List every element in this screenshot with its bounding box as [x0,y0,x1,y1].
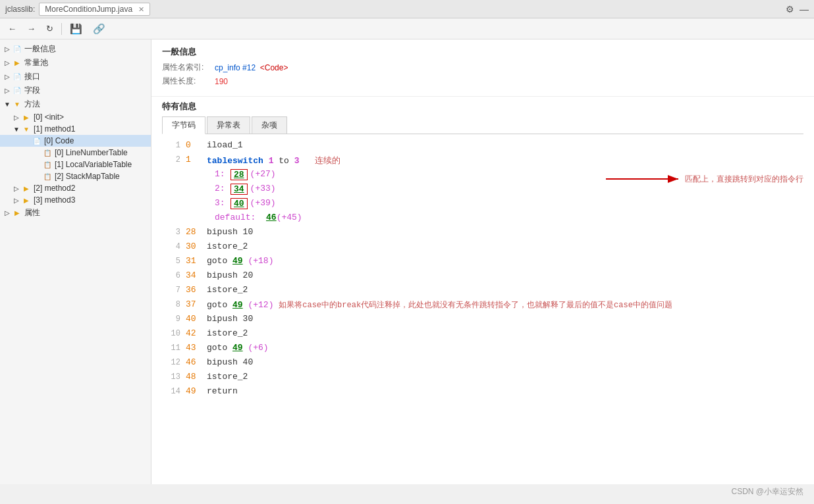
line-num-5: 5 [162,256,180,266]
instr-goto1: goto 49 (+18) [207,256,803,266]
icon-stackmap: 📋 [42,172,53,181]
icon-methods: ▼ [12,100,22,109]
entry-val-3: 40 [231,198,248,209]
name-index-label: 属性名索引: [162,62,215,73]
link-button[interactable]: 🔗 [90,22,108,36]
label-method0: [0] <init> [34,113,64,122]
sidebar-item-stackmap[interactable]: 📋 [2] StackMapTable [0,170,151,182]
forward-button[interactable]: → [24,22,38,35]
sidebar-item-code[interactable]: 📄 [0] Code [0,135,151,147]
title-bar-right: ⚙ — [786,4,809,14]
line-num-6: 6 [162,270,180,280]
sidebar-item-linenumber[interactable]: 📋 [0] LineNumberTable [0,147,151,159]
refresh-button[interactable]: ↻ [43,22,56,35]
sidebar-item-method3[interactable]: ▷ ▶ [3] method3 [0,194,151,206]
pc-49: 49 [186,386,202,396]
instr-istore2a: istore_2 [207,241,803,251]
switch-entry-1: 1: 28 (+27) [162,168,593,183]
sidebar-item-fields[interactable]: ▷ 📄 字段 [0,84,151,97]
sidebar-item-methods[interactable]: ▼ ▼ 方法 [0,97,151,111]
instr-iload1: iload_1 [207,140,803,150]
sidebar-item-general[interactable]: ▷ 📄 一般信息 [0,42,151,56]
sidebar: ▷ 📄 一般信息 ▷ ▶ 常量池 ▷ 📄 接口 ▷ 📄 字段 ▼ ▼ 方法 [0,39,151,484]
minimize-icon[interactable]: — [800,4,809,14]
code-line-3: 3 28 bipush 10 [162,226,803,241]
name-index-row: 属性名索引: cp_info #12 <Code> [162,62,803,73]
file-tab[interactable]: MoreConditionJump.java ✕ [39,3,150,16]
arrow-constpool: ▷ [3,59,12,66]
icon-localvar: 📋 [42,160,53,169]
code-line-14: 14 49 return [162,386,803,400]
sidebar-item-constpool[interactable]: ▷ ▶ 常量池 [0,56,151,70]
sidebar-item-method1[interactable]: ▼ ▼ [1] method1 [0,123,151,135]
label-localvar: [1] LocalVariableTable [55,160,132,169]
sidebar-item-method2[interactable]: ▷ ▶ [2] method2 [0,182,151,194]
line-num-1: 1 [162,140,180,150]
main-layout: ▷ 📄 一般信息 ▷ ▶ 常量池 ▷ 📄 接口 ▷ 📄 字段 ▼ ▼ 方法 [0,39,814,484]
label-fields: 字段 [24,85,40,96]
sidebar-item-attrs[interactable]: ▷ ▶ 属性 [0,206,151,220]
icon-method3: ▶ [21,195,32,205]
code-area[interactable]: 1 0 iload_1 2 1 tableswitch 1 to 3 连续的 [162,134,803,484]
icon-method1: ▼ [21,124,32,134]
pc-43: 43 [186,343,202,353]
line-num-8: 8 [162,299,180,309]
length-row: 属性长度: 190 [162,76,803,87]
instr-return: return [207,386,803,396]
switch-entry-3: 3: 40 (+39) [162,197,593,212]
tab-misc[interactable]: 杂项 [252,116,287,134]
settings-icon[interactable]: ⚙ [786,4,794,14]
pc-46: 46 [186,357,202,367]
instr-tableswitch: tableswitch 1 to 3 连续的 [207,155,803,166]
general-info-title: 一般信息 [162,46,803,58]
specific-info-title: 特有信息 [162,101,803,113]
specific-info-section: 特有信息 字节码 异常表 杂项 1 0 iload_1 [151,97,814,484]
instr-bipush20: bipush 20 [207,270,803,280]
arrow-method1: ▼ [12,126,21,133]
sidebar-item-localvar[interactable]: 📋 [1] LocalVariableTable [0,159,151,170]
arrow-annotation: 匹配上，直接跳转到对应的指令行 [606,171,803,187]
instr-istore2d: istore_2 [207,372,803,382]
length-label: 属性长度: [162,76,215,87]
line-num-12: 12 [162,357,180,367]
tab-bytecode[interactable]: 字节码 [162,116,205,134]
arrow-general: ▷ [3,45,12,53]
pc-28a: 28 [186,227,202,237]
back-button[interactable]: ← [5,22,19,35]
switch-entry-2: 2: 34 (+33) [162,183,593,197]
icon-method0: ▶ [21,113,32,122]
pc-36: 36 [186,285,202,295]
instr-istore2b: istore_2 [207,285,803,295]
tab-close[interactable]: ✕ [138,5,144,13]
instr-bipush30: bipush 30 [207,314,803,324]
instr-bipush40: bipush 40 [207,357,803,367]
icon-fields: 📄 [12,86,22,95]
content-area: 一般信息 属性名索引: cp_info #12 <Code> 属性长度: 190… [151,39,814,484]
code-line-11: 11 43 goto 49 (+6) [162,342,803,357]
toolbar: ← → ↻ 💾 🔗 [0,18,814,39]
title-bar: jclasslib: MoreConditionJump.java ✕ ⚙ — [0,0,814,18]
label-method1: [1] method1 [34,124,75,134]
save-button[interactable]: 💾 [67,22,85,36]
pc-40: 40 [186,314,202,324]
line-num-4: 4 [162,241,180,251]
tab-exceptions[interactable]: 异常表 [207,116,250,134]
pc-37: 37 [186,299,202,309]
code-line-4: 4 30 istore_2 [162,241,803,255]
arrow-method0: ▷ [12,114,21,121]
entry-val-2: 34 [231,184,248,195]
code-line-2: 2 1 tableswitch 1 to 3 连续的 [162,154,803,168]
label-linenumber: [0] LineNumberTable [55,148,128,157]
general-info-section: 一般信息 属性名索引: cp_info #12 <Code> 属性长度: 190 [151,39,814,97]
switch-entry-default: default: 46 (+45) [162,212,593,226]
entry-key-3: 3: [215,198,228,208]
icon-method2: ▶ [21,184,32,193]
pc-42: 42 [186,328,202,338]
code-line-1: 1 0 iload_1 [162,139,803,154]
arrow-methods: ▼ [3,101,12,108]
pc-34: 34 [186,270,202,280]
label-method3: [3] method3 [34,195,75,205]
pc-30a: 30 [186,241,202,251]
sidebar-item-interface[interactable]: ▷ 📄 接口 [0,70,151,84]
sidebar-item-method0[interactable]: ▷ ▶ [0] <init> [0,111,151,123]
